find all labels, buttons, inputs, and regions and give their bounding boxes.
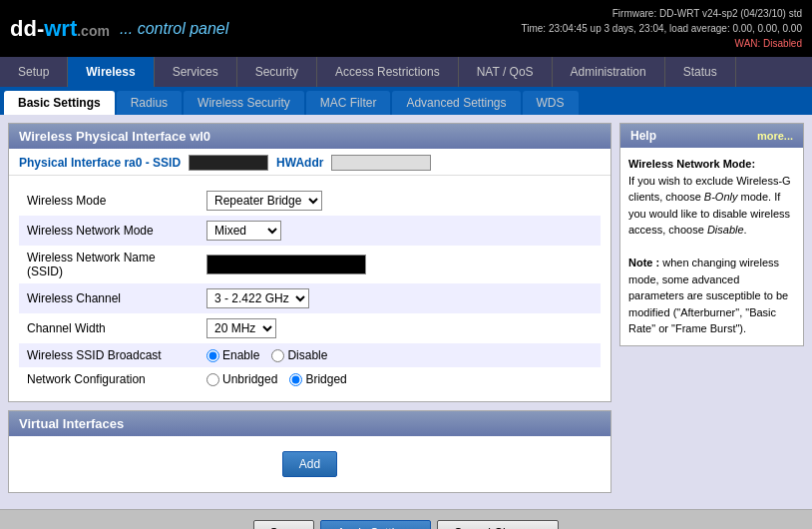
- subtab-radius[interactable]: Radius: [117, 91, 182, 115]
- phys-label: Physical Interface ra0 - SSID: [19, 156, 181, 170]
- label-ssid: Wireless Network Name (SSID): [19, 246, 199, 283]
- label-wireless-network-mode: Wireless Network Mode: [19, 216, 199, 246]
- subtab-wireless-security[interactable]: Wireless Security: [184, 91, 304, 115]
- tab-services[interactable]: Services: [155, 57, 237, 87]
- tab-nat-qos[interactable]: NAT / QoS: [459, 57, 553, 87]
- radio-enable[interactable]: [206, 349, 219, 362]
- radio-bridged-label[interactable]: Bridged: [289, 372, 346, 386]
- firmware-line2: Time: 23:04:45 up 3 days, 23:04, load av…: [522, 21, 803, 36]
- add-btn-row: Add: [9, 436, 610, 492]
- row-channel: Wireless Channel 1 - 2.412 GHz 2 - 2.417…: [19, 283, 601, 313]
- radio-unbridged-label[interactable]: Unbridged: [206, 372, 277, 386]
- help-header: Help more...: [620, 124, 803, 148]
- physical-interface-bar: Physical Interface ra0 - SSID HWAddr: [9, 149, 610, 176]
- cell-network-config: Unbridged Bridged: [199, 367, 601, 391]
- radio-bridged[interactable]: [289, 373, 302, 386]
- radio-unbridged[interactable]: [206, 373, 219, 386]
- phys-ssid-display: [189, 155, 268, 171]
- radio-disable-label[interactable]: Disable: [271, 348, 327, 362]
- subtab-basic-settings[interactable]: Basic Settings: [4, 91, 115, 115]
- add-button[interactable]: Add: [282, 451, 337, 477]
- bottom-bar: Save Apply Settings Cancel Changes: [0, 509, 812, 529]
- label-ssid-broadcast: Wireless SSID Broadcast: [19, 343, 199, 367]
- logo-wrt: wrt: [44, 16, 77, 41]
- label-network-config: Network Configuration: [19, 367, 199, 391]
- form-content: Wireless Mode AP Client Client Bridge Ad…: [9, 176, 610, 401]
- help-content-title: Wireless Network Mode:: [628, 158, 755, 170]
- help-content: Wireless Network Mode: If you wish to ex…: [620, 148, 803, 345]
- header: dd-wrt.com ... control panel Firmware: D…: [0, 0, 812, 57]
- tab-security[interactable]: Security: [237, 57, 317, 87]
- row-ssid-broadcast: Wireless SSID Broadcast Enable Disable: [19, 343, 601, 367]
- radio-network-config: Unbridged Bridged: [206, 372, 593, 386]
- label-channel-width: Channel Width: [19, 313, 199, 343]
- physical-section-title: Wireless Physical Interface wl0: [9, 124, 610, 149]
- wan-status: WAN: Disabled: [522, 36, 803, 51]
- nav-tabs: Setup Wireless Services Security Access …: [0, 57, 812, 87]
- label-wireless-mode: Wireless Mode: [19, 186, 199, 216]
- phys-hwaddr-display: [331, 155, 431, 171]
- cell-channel: 1 - 2.412 GHz 2 - 2.417 GHz 3 - 2.422 GH…: [199, 283, 601, 313]
- settings-table: Wireless Mode AP Client Client Bridge Ad…: [19, 186, 601, 391]
- radio-ssid-broadcast: Enable Disable: [206, 348, 593, 362]
- main-content: Wireless Physical Interface wl0 Physical…: [0, 115, 812, 509]
- subtab-advanced-settings[interactable]: Advanced Settings: [392, 91, 520, 115]
- firmware-info: Firmware: DD-WRT v24-sp2 (04/23/10) std …: [522, 6, 803, 51]
- row-ssid: Wireless Network Name (SSID): [19, 246, 601, 283]
- help-title: Help: [630, 129, 656, 143]
- left-panel: Wireless Physical Interface wl0 Physical…: [8, 123, 611, 501]
- row-wireless-network-mode: Wireless Network Mode Mixed B-Only G-Onl…: [19, 216, 601, 246]
- sub-tabs: Basic Settings Radius Wireless Security …: [0, 87, 812, 115]
- radio-disable[interactable]: [271, 349, 284, 362]
- cell-wireless-mode: AP Client Client Bridge Adhoc Repeater R…: [199, 186, 601, 216]
- row-network-config: Network Configuration Unbridged Bridged: [19, 367, 601, 391]
- cell-channel-width: 20 MHz 40 MHz: [199, 313, 601, 343]
- tab-setup[interactable]: Setup: [0, 57, 68, 87]
- cell-ssid-broadcast: Enable Disable: [199, 343, 601, 367]
- virtual-interfaces-section: Virtual Interfaces Add: [8, 410, 611, 493]
- cell-ssid: [199, 246, 601, 283]
- radio-enable-label[interactable]: Enable: [206, 348, 259, 362]
- wireless-physical-section: Wireless Physical Interface wl0 Physical…: [8, 123, 611, 402]
- subtab-mac-filter[interactable]: MAC Filter: [306, 91, 391, 115]
- tab-status[interactable]: Status: [665, 57, 736, 87]
- select-wireless-network-mode[interactable]: Mixed B-Only G-Only N-Only Disabled: [206, 221, 281, 241]
- hwaddr-label: HWAddr: [276, 156, 323, 170]
- help-box: Help more... Wireless Network Mode: If y…: [619, 123, 804, 346]
- row-channel-width: Channel Width 20 MHz 40 MHz: [19, 313, 601, 343]
- tab-wireless[interactable]: Wireless: [68, 57, 154, 87]
- select-channel[interactable]: 1 - 2.412 GHz 2 - 2.417 GHz 3 - 2.422 GH…: [206, 288, 309, 308]
- logo-com: .com: [77, 23, 110, 39]
- logo-dd: dd: [10, 16, 37, 41]
- firmware-line1: Firmware: DD-WRT v24-sp2 (04/23/10) std: [522, 6, 803, 21]
- logo: dd-wrt.com: [10, 16, 110, 42]
- ssid-input[interactable]: [206, 255, 366, 274]
- cancel-changes-button[interactable]: Cancel Changes: [437, 520, 560, 529]
- header-left: dd-wrt.com ... control panel: [10, 16, 228, 42]
- cell-wireless-network-mode: Mixed B-Only G-Only N-Only Disabled: [199, 216, 601, 246]
- subtab-wds[interactable]: WDS: [523, 91, 579, 115]
- virtual-section-title: Virtual Interfaces: [9, 411, 610, 436]
- tab-administration[interactable]: Administration: [553, 57, 665, 87]
- apply-settings-button[interactable]: Apply Settings: [320, 520, 431, 529]
- save-button[interactable]: Save: [253, 520, 314, 529]
- label-channel: Wireless Channel: [19, 283, 199, 313]
- select-channel-width[interactable]: 20 MHz 40 MHz: [206, 318, 276, 338]
- select-wireless-mode[interactable]: AP Client Client Bridge Adhoc Repeater R…: [206, 191, 322, 211]
- help-more-link[interactable]: more...: [757, 130, 793, 142]
- control-panel-label: ... control panel: [120, 20, 228, 38]
- row-wireless-mode: Wireless Mode AP Client Client Bridge Ad…: [19, 186, 601, 216]
- tab-access-restrictions[interactable]: Access Restrictions: [317, 57, 459, 87]
- right-panel: Help more... Wireless Network Mode: If y…: [619, 123, 804, 501]
